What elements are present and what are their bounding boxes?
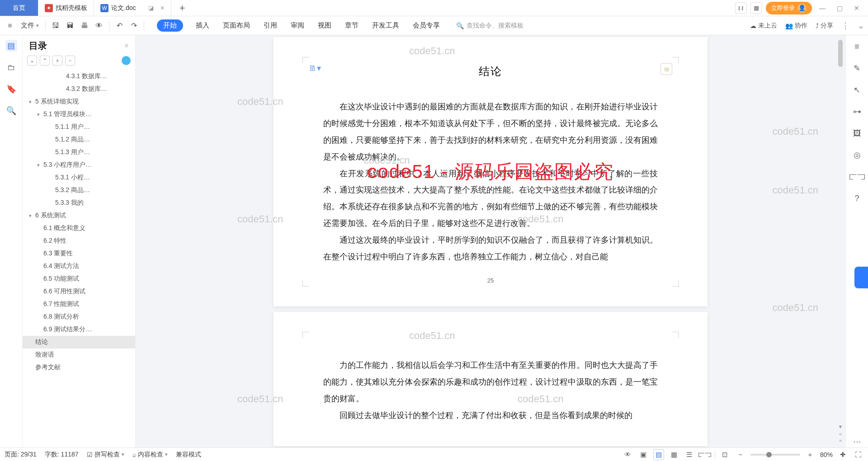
outline-item[interactable]: 结论 xyxy=(23,336,135,348)
close-outline-icon[interactable]: × xyxy=(124,41,129,51)
document-area[interactable]: 🗎▾ ≋ 结论 在这次毕业设计中遇到的最困难的方面就是在数据库方面的知识，在刚开… xyxy=(136,35,845,447)
collapse-all-icon[interactable]: ⌄ xyxy=(27,56,37,66)
bookmark-icon[interactable]: 🔖 xyxy=(5,83,17,95)
zoom-fit-icon[interactable]: ⊡ xyxy=(720,449,731,460)
new-tab-button[interactable]: + xyxy=(171,0,193,16)
select-icon[interactable]: ↖ xyxy=(851,84,863,96)
content-check-button[interactable]: ⌕内容检查 xyxy=(132,451,168,459)
outline-icon[interactable]: ▤ xyxy=(5,40,17,52)
pen-icon[interactable]: ✎ xyxy=(851,62,863,74)
share-button[interactable]: ⤴分享 xyxy=(816,22,833,30)
login-button[interactable]: 立即登录 👤 xyxy=(766,2,812,14)
focus-icon[interactable]: ▣ xyxy=(638,449,649,460)
outline-item[interactable]: 5.3.3 我的 xyxy=(23,197,135,209)
outline-item[interactable]: 致谢语 xyxy=(23,348,135,361)
zoom-value[interactable]: 80% xyxy=(820,451,833,458)
outline-item[interactable]: ▾5.1 管理员模块… xyxy=(23,108,135,121)
outline-view-icon[interactable]: ☰ xyxy=(684,449,695,460)
page-indicator[interactable]: 页面: 29/31 xyxy=(5,451,37,459)
undo-icon[interactable]: ↶ xyxy=(113,19,126,32)
redo-icon[interactable]: ↷ xyxy=(127,19,140,32)
fullscreen-icon[interactable]: ⛶ xyxy=(853,449,863,460)
outline-item[interactable]: ▾5 系统详细实现 xyxy=(23,95,135,108)
outline-item[interactable]: 5.1.1 用户… xyxy=(23,121,135,133)
rib-tab-start[interactable]: 开始 xyxy=(157,19,183,32)
target-icon[interactable]: ◎ xyxy=(851,149,863,161)
remove-heading-icon[interactable]: － xyxy=(65,56,75,66)
close-window-button[interactable]: ✕ xyxy=(850,1,863,15)
vertical-scrollbar[interactable]: ▲ ▼ « » xyxy=(837,40,844,443)
print-icon[interactable]: 🖶 xyxy=(78,19,91,32)
rib-tab-reference[interactable]: 引用 xyxy=(263,19,278,32)
rib-tab-view[interactable]: 视图 xyxy=(317,19,332,32)
page-header-icon[interactable]: 🗎▾ xyxy=(309,63,321,73)
read-icon[interactable]: ⫍⫎ xyxy=(851,171,863,183)
outline-item[interactable]: 4.3.2 数据库… xyxy=(23,83,135,95)
rib-tab-layout[interactable]: 页面布局 xyxy=(222,19,251,32)
outline-item[interactable]: 6.8 测试分析 xyxy=(23,310,135,323)
rib-tab-section[interactable]: 章节 xyxy=(344,19,359,32)
tab-home[interactable]: 首页 xyxy=(0,0,38,16)
save-as-icon[interactable]: 🖬 xyxy=(64,19,76,32)
word-count[interactable]: 字数: 11187 xyxy=(45,451,79,459)
image-icon[interactable]: 🖼 xyxy=(851,127,863,139)
rib-tab-member[interactable]: 会员专享 xyxy=(412,19,441,32)
read-view-icon[interactable]: ⫍⫎ xyxy=(699,449,710,460)
tab-templates[interactable]: ✦ 找稻壳模板 xyxy=(38,0,94,16)
outline-item[interactable]: 5.3.2 商品… xyxy=(23,184,135,197)
outline-item[interactable]: 4.3.1 数据库… xyxy=(23,70,135,83)
preview-icon[interactable]: 👁 xyxy=(93,19,105,32)
page-filter-icon[interactable]: ≋ xyxy=(660,63,672,75)
outline-item[interactable]: ▾5.3 小程序用户… xyxy=(23,159,135,171)
scroll-next-icon[interactable]: » xyxy=(837,437,844,444)
outline-item[interactable]: 6.5 功能测试 xyxy=(23,273,135,285)
add-heading-icon[interactable]: ＋ xyxy=(52,56,62,66)
page-view-icon[interactable]: ▤ xyxy=(653,449,664,460)
zoom-slider[interactable] xyxy=(750,454,800,456)
outline-item[interactable]: 6.4 测试方法 xyxy=(23,260,135,273)
scroll-down-icon[interactable]: ▼ xyxy=(837,424,844,430)
collab-button[interactable]: 👥协作 xyxy=(785,22,807,30)
popout-icon[interactable]: ◪ xyxy=(148,5,154,11)
tab-document[interactable]: W 论文.doc ◪ × xyxy=(94,0,171,16)
outline-item[interactable]: 6.1 概念和意义 xyxy=(23,222,135,235)
file-menu[interactable]: 文件▾ xyxy=(18,21,42,30)
zoom-out-icon[interactable]: − xyxy=(735,449,746,460)
more-icon[interactable]: ⋮ xyxy=(841,21,849,31)
maximize-button[interactable]: ▢ xyxy=(833,1,846,15)
eye-icon[interactable]: 👁 xyxy=(623,449,633,460)
save-icon[interactable]: 🖫 xyxy=(49,19,62,32)
rib-tab-insert[interactable]: 插入 xyxy=(195,19,210,32)
adjust-icon[interactable]: ⊶ xyxy=(851,106,863,118)
close-icon[interactable]: × xyxy=(160,4,164,12)
help-icon[interactable]: ? xyxy=(851,193,863,204)
outline-item[interactable]: 6.2 特性 xyxy=(23,235,135,247)
side-handle[interactable] xyxy=(854,267,868,288)
expand-all-icon[interactable]: ⌃ xyxy=(40,56,50,66)
menu-icon[interactable]: ≡ xyxy=(4,19,16,32)
outline-item[interactable]: 6.3 重要性 xyxy=(23,247,135,260)
outline-item[interactable]: 6.6 可用性测试 xyxy=(23,285,135,298)
scroll-thumb[interactable] xyxy=(838,40,843,67)
settings-icon[interactable]: ≡ xyxy=(851,41,863,52)
outline-item[interactable]: 参考文献 xyxy=(23,361,135,374)
ai-badge-icon[interactable] xyxy=(122,56,131,65)
add-tool-icon[interactable]: ✚ xyxy=(837,449,848,460)
find-icon[interactable]: 🔍 xyxy=(5,105,17,117)
scroll-prev-icon[interactable]: « xyxy=(837,431,844,437)
rib-tab-review[interactable]: 审阅 xyxy=(290,19,305,32)
outline-item[interactable]: 5.1.3 用户… xyxy=(23,146,135,159)
minimize-button[interactable]: — xyxy=(816,1,829,15)
web-view-icon[interactable]: ▦ xyxy=(669,449,679,460)
more-tools-icon[interactable]: ⋯ xyxy=(851,436,863,447)
outline-item[interactable]: ▾6 系统测试 xyxy=(23,209,135,222)
outline-item[interactable]: 6.7 性能测试 xyxy=(23,298,135,310)
zoom-in-icon[interactable]: + xyxy=(805,449,816,460)
outline-item[interactable]: 5.3.1 小程… xyxy=(23,171,135,184)
folder-icon[interactable]: 🗀 xyxy=(5,61,17,73)
cloud-status[interactable]: ☁未上云 xyxy=(750,22,777,30)
layout-icon[interactable]: ⫿⫿ xyxy=(735,2,747,14)
outline-item[interactable]: 5.1.2 商品… xyxy=(23,133,135,146)
collapse-ribbon-icon[interactable]: ⌄ xyxy=(858,21,864,31)
spellcheck-button[interactable]: ☑拼写检查 xyxy=(87,451,124,459)
